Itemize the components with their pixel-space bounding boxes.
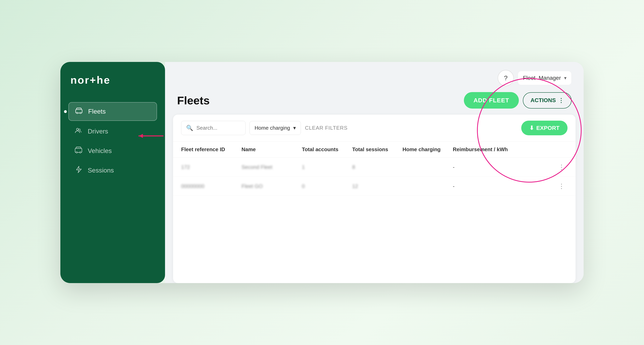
svg-point-7 (80, 152, 81, 153)
user-menu[interactable]: Fleet Manager ▾ (518, 71, 572, 85)
app-container: nor+he Fleets (60, 62, 584, 283)
col-actions (556, 146, 568, 153)
cell-name-0: Second Fleet (242, 164, 302, 170)
search-icon: 🔍 (186, 125, 193, 131)
table-header: Fleet reference ID Name Total accounts T… (173, 142, 576, 158)
sidebar-item-vehicles-label: Vehicles (88, 147, 112, 155)
cell-sessions-0: 8 (352, 164, 402, 170)
drivers-icon (74, 127, 83, 136)
cell-reimbursement-1: - (453, 183, 556, 189)
data-table: Fleet reference ID Name Total accounts T… (173, 142, 576, 196)
page-header: Fleets ADD FLEET ACTIONS ⋮ (165, 90, 584, 115)
sidebar-item-drivers-label: Drivers (88, 128, 108, 135)
filter-chevron-icon: ▾ (293, 125, 296, 131)
col-reimbursement: Reimbursement / kWh (453, 146, 556, 153)
actions-label: ACTIONS (530, 97, 556, 103)
row-menu-button-0[interactable]: ⋮ (556, 163, 568, 171)
sessions-icon (74, 166, 83, 175)
search-input[interactable] (196, 125, 240, 131)
svg-point-3 (76, 128, 78, 130)
export-button[interactable]: ⬇ EXPORT (521, 121, 568, 135)
col-total-accounts: Total accounts (302, 146, 352, 153)
table-toolbar: 🔍 Home charging ▾ CLEAR FILTERS ⬇ EXPORT (173, 115, 576, 142)
svg-point-1 (77, 112, 78, 114)
col-total-sessions: Total sessions (352, 146, 402, 153)
main-content: ? Fleet Manager ▾ Fleets ADD FLEET ACTIO… (165, 62, 584, 283)
sidebar-item-vehicles[interactable]: Vehicles (68, 142, 157, 160)
sidebar-item-fleets-label: Fleets (88, 108, 106, 115)
svg-point-2 (80, 112, 81, 114)
cell-fleet-ref-1: 00000000 (181, 183, 242, 189)
nav-menu: Fleets Drivers (68, 102, 157, 179)
cell-name-1: Fleet GO (242, 183, 302, 189)
sidebar-item-fleets[interactable]: Fleets (68, 102, 157, 121)
header-actions: ADD FLEET ACTIONS ⋮ (464, 92, 572, 109)
cell-accounts-0: 1 (302, 164, 352, 170)
chevron-down-icon: ▾ (564, 75, 566, 81)
logo: nor+he (68, 74, 157, 86)
sidebar: nor+he Fleets (60, 62, 165, 283)
active-indicator (64, 110, 67, 113)
fleets-icon (74, 107, 83, 116)
question-icon: ? (504, 74, 508, 82)
actions-dots-icon: ⋮ (558, 97, 564, 104)
top-header: ? Fleet Manager ▾ (165, 62, 584, 90)
sidebar-item-sessions[interactable]: Sessions (68, 161, 157, 179)
cell-sessions-1: 12 (352, 183, 402, 189)
clear-filters-button[interactable]: CLEAR FILTERS (305, 125, 348, 131)
user-role: Manager (538, 75, 561, 81)
cell-fleet-ref-0: 172 (181, 164, 242, 170)
table-row: 172 Second Fleet 1 8 - ⋮ (173, 158, 576, 177)
row-menu-button-1[interactable]: ⋮ (556, 182, 568, 190)
col-home-charging: Home charging (402, 146, 453, 153)
filter-label: Home charging (254, 125, 290, 131)
sidebar-item-drivers[interactable]: Drivers (68, 122, 157, 140)
actions-button[interactable]: ACTIONS ⋮ (523, 92, 572, 109)
cell-reimbursement-0: - (453, 164, 556, 170)
export-label: EXPORT (536, 125, 560, 131)
sidebar-item-sessions-label: Sessions (88, 167, 114, 174)
search-box[interactable]: 🔍 (181, 121, 246, 135)
export-icon: ⬇ (529, 125, 534, 131)
page-title: Fleets (177, 94, 210, 107)
cell-accounts-1: 0 (302, 183, 352, 189)
home-charging-filter[interactable]: Home charging ▾ (250, 121, 301, 135)
svg-point-4 (79, 129, 80, 130)
svg-point-6 (76, 152, 78, 153)
table-row: 00000000 Fleet GO 0 12 - ⋮ (173, 177, 576, 196)
table-section: 🔍 Home charging ▾ CLEAR FILTERS ⬇ EXPORT… (173, 115, 576, 283)
svg-rect-0 (76, 109, 82, 113)
col-fleet-ref: Fleet reference ID (181, 146, 242, 153)
user-name: Fleet (523, 75, 535, 81)
vehicles-icon (74, 146, 83, 155)
add-fleet-button[interactable]: ADD FLEET (464, 92, 519, 109)
col-name: Name (242, 146, 302, 153)
help-button[interactable]: ? (498, 70, 514, 86)
